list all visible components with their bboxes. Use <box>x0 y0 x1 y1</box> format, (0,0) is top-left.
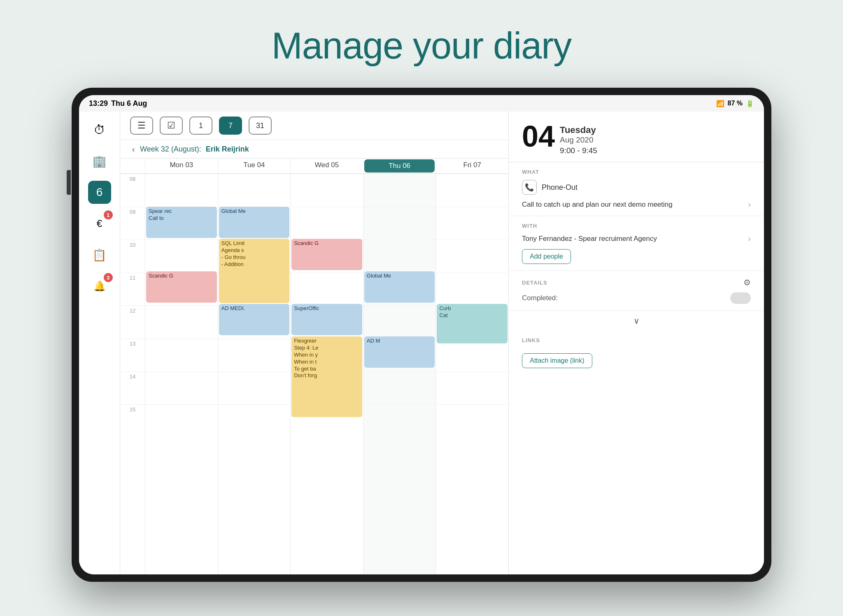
attach-image-button[interactable]: Attach image (link) <box>522 353 592 368</box>
call-type-label: Phone-Out <box>542 183 578 192</box>
event-curb-cat[interactable]: CurbCat <box>437 304 508 343</box>
event-superoffice[interactable]: SuperOffic <box>291 304 362 335</box>
day-header-thu[interactable]: Thu 06 <box>364 159 435 173</box>
prev-week-btn[interactable]: ‹ <box>127 142 140 156</box>
day-header-mon[interactable]: Mon 03 <box>145 159 218 173</box>
battery-icon: 🔋 <box>746 100 754 107</box>
calendar-pane: ☰ ☑ 1 7 31 ‹ Week 32 (August): Erik Reij… <box>120 112 509 574</box>
day-col-mon: Spear recCall to Scandic G <box>145 174 218 574</box>
day-col-wed: Scandic G SuperOffic FlexgreerStep 4: Le… <box>290 174 363 574</box>
day-col-tue: Global Me SQL LimitAgenda s- Go throu- A… <box>218 174 291 574</box>
notifications-badge: 3 <box>104 273 113 282</box>
details-settings-icon[interactable]: ⚙ <box>743 278 751 287</box>
calendar-grid: 08 09 10 11 12 13 14 15 Spear recCall to <box>120 174 508 574</box>
detail-what-section: WHAT 📞 Phone-Out Call to catch up and pl… <box>509 162 764 216</box>
event-global-thu[interactable]: Global Me <box>364 271 435 303</box>
detail-time-range: 9:00 - 9:45 <box>560 146 597 155</box>
toolbar-day1-btn[interactable]: 1 <box>189 117 212 135</box>
details-label: DETAILS <box>522 280 547 286</box>
sidebar-item-notifications[interactable]: 🔔 3 <box>88 275 111 298</box>
sidebar-item-dashboard[interactable]: ⏱ <box>88 118 111 141</box>
time-slot-15: 15 <box>120 404 145 437</box>
toolbar-menu-btn[interactable]: ☰ <box>130 117 153 135</box>
completed-toggle[interactable] <box>730 292 751 304</box>
status-bar: 13:29 Thu 6 Aug 📶 87 % 🔋 <box>79 95 764 112</box>
wifi-icon: 📶 <box>716 100 724 107</box>
day-col-fri: CurbCat <box>435 174 508 574</box>
sidebar-item-crm[interactable]: 🏢 <box>88 149 111 173</box>
day-header-tue[interactable]: Tue 04 <box>218 159 291 173</box>
time-slot-12: 12 <box>120 306 145 338</box>
day-header-wed[interactable]: Wed 05 <box>290 159 363 173</box>
toolbar-month31-btn[interactable]: 31 <box>249 117 272 135</box>
event-scandic-wed[interactable]: Scandic G <box>291 239 362 270</box>
event-flexgreer[interactable]: FlexgreerStep 4: LeWhen in yWhen in tTo … <box>291 336 362 417</box>
completed-label: Completed: <box>522 294 558 302</box>
expand-details-btn[interactable]: ∨ <box>509 311 764 331</box>
chevron-down-icon: ∨ <box>633 316 640 326</box>
event-description: Call to catch up and plan our next demo … <box>522 201 673 209</box>
day-header-fri[interactable]: Fri 07 <box>435 159 508 173</box>
detail-links-section: LINKS Attach image (link) <box>509 331 764 375</box>
finance-badge: 1 <box>104 210 113 219</box>
event-description-row[interactable]: Call to catch up and plan our next demo … <box>522 200 751 209</box>
toolbar-week7-btn[interactable]: 7 <box>219 117 242 135</box>
event-ad-thu[interactable]: AD M <box>364 336 435 368</box>
event-ad-medi-tue[interactable]: AD MEDI. <box>219 304 290 335</box>
detail-header: 04 Tuesday Aug 2020 9:00 - 9:45 <box>509 112 764 162</box>
time-slot-10: 10 <box>120 240 145 273</box>
sidebar: ⏱ 🏢 6 € 1 📋 🔔 3 <box>79 112 120 574</box>
detail-day-number: 04 <box>522 121 555 151</box>
time-column: 08 09 10 11 12 13 14 15 <box>120 174 145 574</box>
detail-month-year: Aug 2020 <box>560 135 597 145</box>
time-slot-14: 14 <box>120 371 145 404</box>
status-time: 13:29 <box>89 99 108 108</box>
sidebar-item-calendar[interactable]: 6 <box>88 181 111 204</box>
add-people-button[interactable]: Add people <box>522 249 571 264</box>
event-sql-limit[interactable]: SQL LimitAgenda s- Go throu- Addition <box>219 239 290 303</box>
detail-with-section: WITH Tony Fernandez - Spear recruiment A… <box>509 216 764 271</box>
with-person-row[interactable]: Tony Fernandez - Spear recruiment Agency… <box>522 234 751 243</box>
page-title: Manage your diary <box>272 25 571 67</box>
device-screen: 13:29 Thu 6 Aug 📶 87 % 🔋 ⏱ 🏢 6 € 1 <box>79 95 764 574</box>
time-slot-13: 13 <box>120 338 145 371</box>
sidebar-item-notes[interactable]: 📋 <box>88 243 111 266</box>
phone-out-icon: 📞 <box>522 180 537 195</box>
device-frame: 13:29 Thu 6 Aug 📶 87 % 🔋 ⏱ 🏢 6 € 1 <box>72 88 771 582</box>
event-spear-call[interactable]: Spear recCall to <box>146 207 217 238</box>
with-person-name: Tony Fernandez - Spear recruiment Agency <box>522 235 657 243</box>
status-date: Thu 6 Aug <box>111 99 147 108</box>
time-slot-11: 11 <box>120 273 145 306</box>
week-label: Week 32 (August): Erik Reijrink <box>140 145 249 154</box>
detail-weekday: Tuesday <box>560 125 597 135</box>
battery-indicator: 87 % <box>728 100 743 107</box>
event-scandic-mon[interactable]: Scandic G <box>146 271 217 303</box>
time-slot-09: 09 <box>120 207 145 240</box>
event-global-tue[interactable]: Global Me <box>219 207 290 238</box>
time-slot-08: 08 <box>120 174 145 207</box>
with-chevron-icon: › <box>748 234 751 243</box>
detail-details-section: DETAILS ⚙ Completed: <box>509 271 764 311</box>
app-body: ⏱ 🏢 6 € 1 📋 🔔 3 ☰ <box>79 112 764 574</box>
week-nav-row: ‹ Week 32 (August): Erik Reijrink <box>120 140 508 159</box>
day-headers: Mon 03 Tue 04 Wed 05 Thu 06 Fri 07 <box>120 159 508 174</box>
with-label: WITH <box>522 223 751 229</box>
description-chevron-icon: › <box>748 200 751 209</box>
toolbar: ☰ ☑ 1 7 31 <box>120 112 508 140</box>
sidebar-item-finance[interactable]: € 1 <box>88 212 111 235</box>
what-label: WHAT <box>522 169 751 175</box>
detail-pane: 04 Tuesday Aug 2020 9:00 - 9:45 WHAT 📞 P… <box>509 112 764 574</box>
calendar-day-num: 6 <box>96 186 103 199</box>
day-col-thu: Global Me AD M <box>363 174 436 574</box>
links-label: LINKS <box>522 337 751 343</box>
toolbar-check-btn[interactable]: ☑ <box>160 117 183 135</box>
week-person: Erik Reijrink <box>206 145 249 153</box>
